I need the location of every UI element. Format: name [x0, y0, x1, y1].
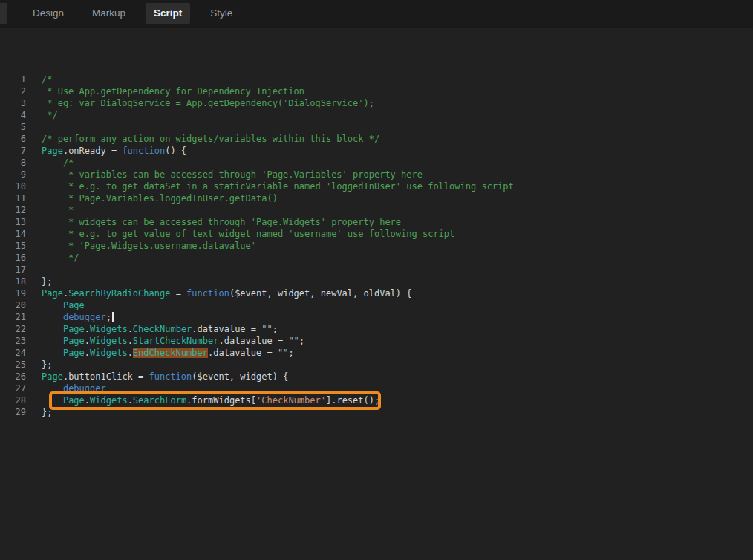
code-line[interactable]: 22 Page.Widgets.CheckNumber.datavalue = …	[0, 323, 753, 335]
code-token: * widgets can be accessed through 'Page.…	[42, 217, 401, 227]
code-editor[interactable]: 1/*2 * Use App.getDependency for Depende…	[0, 28, 753, 560]
line-number: 27	[0, 382, 26, 394]
code-token: .	[128, 324, 133, 334]
line-number: 21	[0, 311, 26, 323]
code-token: ;	[288, 348, 293, 358]
code-token: ""	[288, 336, 299, 346]
code-line[interactable]: 10 * e.g. to get dataSet in a staticVari…	[0, 180, 753, 192]
code-line[interactable]: 21 debugger;	[0, 311, 753, 323]
script-editor-window: Design Markup Script Style 1/*2 * Use Ap…	[0, 0, 753, 560]
code-line[interactable]: 5	[0, 121, 753, 133]
code-line[interactable]: 16 */	[0, 252, 753, 264]
code-line[interactable]: 24 Page.Widgets.EndCheckNumber.datavalue…	[0, 347, 753, 359]
code-line[interactable]: 28 Page.Widgets.SearchForm.formWidgets['…	[0, 394, 753, 406]
editor-mode-tab-bar: Design Markup Script Style	[0, 0, 753, 28]
code-line[interactable]: 20 Page	[0, 299, 753, 311]
code-line[interactable]: 7Page.onReady = function() {	[0, 145, 753, 157]
code-line[interactable]: 13 * widgets can be accessed through 'Pa…	[0, 216, 753, 228]
code-line[interactable]: 25};	[0, 359, 753, 371]
code-token: ].reset();	[326, 395, 379, 406]
code-line[interactable]: 23 Page.Widgets.StartCheckNumber.dataval…	[0, 335, 753, 347]
code-token: ;	[106, 312, 111, 322]
code-token: .	[128, 395, 133, 406]
line-number: 10	[0, 180, 26, 192]
code-line-text	[26, 264, 42, 276]
line-number: 24	[0, 347, 26, 359]
line-number: 15	[0, 240, 26, 252]
code-token: () {	[165, 146, 186, 156]
code-token: .button1Click =	[63, 371, 149, 382]
code-line-text: * eg: var DialogService = App.getDepende…	[26, 97, 374, 109]
code-line-text: Page.Widgets.StartCheckNumber.datavalue …	[26, 335, 304, 347]
code-token: * e.g. to get dataSet in a staticVariabl…	[42, 181, 514, 192]
tab-script[interactable]: Script	[146, 3, 190, 24]
code-line[interactable]: 12 *	[0, 204, 753, 216]
code-token: ""	[278, 348, 288, 358]
line-number: 28	[0, 394, 26, 406]
code-token: Widgets	[90, 348, 128, 358]
code-token: Widgets	[90, 395, 128, 406]
code-token: Widgets	[90, 336, 128, 346]
code-line-text: Page.Widgets.SearchForm.formWidgets['Che…	[26, 394, 379, 406]
code-token: Page	[63, 324, 85, 334]
code-line[interactable]: 29};	[0, 406, 753, 418]
code-line[interactable]: 11 * Page.Variables.loggedInUser.getData…	[0, 192, 753, 204]
code-line[interactable]: 3 * eg: var DialogService = App.getDepen…	[0, 97, 753, 109]
code-token: .	[85, 395, 90, 406]
code-line[interactable]: 27 debugger	[0, 382, 753, 394]
code-token: 'CheckNumber'	[256, 395, 326, 406]
line-number: 14	[0, 228, 26, 240]
code-token: ;	[273, 324, 278, 334]
code-line-text: debugger	[26, 382, 106, 394]
code-token: function	[186, 288, 229, 299]
line-number: 3	[0, 97, 26, 109]
code-line[interactable]: 26Page.button1Click = function($event, w…	[0, 371, 753, 382]
code-line[interactable]: 18};	[0, 276, 753, 287]
code-token: ""	[261, 324, 272, 334]
code-line[interactable]: 2 * Use App.getDependency for Dependency…	[0, 85, 753, 97]
tab-style[interactable]: Style	[202, 3, 241, 24]
code-line[interactable]: 17	[0, 264, 753, 276]
line-number: 18	[0, 276, 26, 287]
code-token: /*	[42, 157, 74, 168]
code-line[interactable]: 15 * 'Page.Widgets.username.datavalue'	[0, 240, 753, 252]
line-number: 29	[0, 406, 26, 418]
code-line-text: * Page.Variables.loggedInUser.getData()	[26, 192, 278, 204]
code-token: ($event, widget) {	[192, 371, 288, 382]
line-number: 4	[0, 109, 26, 121]
code-token: debugger	[63, 312, 106, 322]
code-line[interactable]: 1/*	[0, 74, 753, 85]
tab-markup[interactable]: Markup	[84, 3, 134, 24]
code-line[interactable]: 9 * variables can be accessed through 'P…	[0, 169, 753, 180]
code-token: debugger	[63, 383, 106, 394]
line-number: 8	[0, 157, 26, 169]
code-token: SearchByRadioChange	[68, 288, 170, 299]
code-token: CheckNumber	[133, 324, 192, 334]
code-line-text: debugger;	[26, 311, 114, 323]
line-number: 16	[0, 252, 26, 264]
code-line[interactable]: 6/* perform any action on widgets/variab…	[0, 133, 753, 145]
code-token: =	[170, 288, 186, 299]
code-line[interactable]: 4 */	[0, 109, 753, 121]
code-line[interactable]: 14 * e.g. to get value of text widget na…	[0, 228, 753, 240]
code-line-text: /* perform any action on widgets/variabl…	[26, 133, 379, 145]
code-token: /*	[42, 74, 52, 85]
code-token: .	[85, 348, 90, 358]
line-number: 5	[0, 121, 26, 133]
line-number: 12	[0, 204, 26, 216]
code-line[interactable]: 19Page.SearchByRadioChange = function($e…	[0, 287, 753, 299]
code-line-text: */	[26, 252, 79, 264]
code-line[interactable]: 8 /*	[0, 157, 753, 169]
tab-design[interactable]: Design	[25, 3, 72, 24]
code-token: ;	[299, 336, 304, 346]
code-token: };	[42, 407, 52, 417]
code-line-text: * e.g. to get value of text widget named…	[26, 228, 454, 240]
code-line-text: Page	[26, 299, 85, 311]
code-token: * e.g. to get value of text widget named…	[42, 229, 454, 239]
code-token: .	[85, 324, 90, 334]
code-line-text: * widgets can be accessed through 'Page.…	[26, 216, 401, 228]
line-number: 23	[0, 335, 26, 347]
line-number: 2	[0, 85, 26, 97]
code-token: .	[85, 336, 90, 346]
code-token: .datavalue =	[208, 348, 278, 358]
